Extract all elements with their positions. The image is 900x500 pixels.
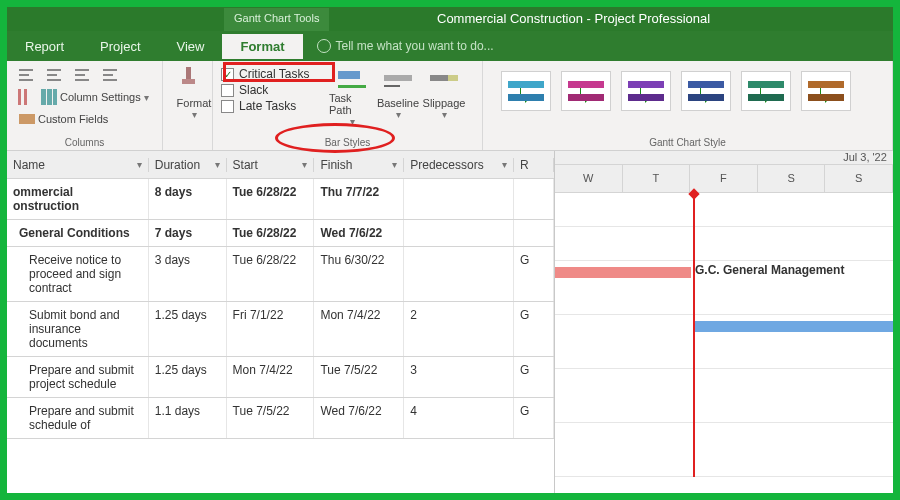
cell[interactable] bbox=[404, 247, 514, 301]
cell[interactable]: Prepare and submit schedule of bbox=[7, 398, 149, 438]
cell[interactable]: Tue 6/28/22 bbox=[227, 179, 315, 219]
cell[interactable] bbox=[514, 179, 554, 219]
group-label-columns: Columns bbox=[7, 137, 162, 148]
gantt-style-5[interactable] bbox=[741, 71, 791, 111]
slack-checkbox[interactable]: Slack bbox=[221, 83, 329, 97]
day-header: W bbox=[555, 165, 623, 192]
cell[interactable]: Prepare and submit project schedule bbox=[7, 357, 149, 397]
lightbulb-icon bbox=[317, 39, 331, 53]
ribbon-tab-row: Report Project View Format Tell me what … bbox=[7, 31, 893, 61]
tell-me-placeholder: Tell me what you want to do... bbox=[336, 39, 494, 53]
day-header: S bbox=[825, 165, 893, 192]
cell[interactable]: 1.25 days bbox=[149, 302, 227, 356]
cell[interactable] bbox=[404, 220, 514, 246]
day-header: T bbox=[623, 165, 691, 192]
col-header-predecessors[interactable]: Predecessors▾ bbox=[404, 158, 514, 172]
cell[interactable]: 2 bbox=[404, 302, 514, 356]
gantt-chart[interactable]: Jul 3, '22 WTFSS G.C. General Management bbox=[555, 151, 893, 493]
col-header-start[interactable]: Start▾ bbox=[227, 158, 315, 172]
cell[interactable]: 3 days bbox=[149, 247, 227, 301]
table-row[interactable]: Prepare and submit schedule of1.1 daysTu… bbox=[7, 398, 554, 439]
align-center-button[interactable] bbox=[43, 65, 67, 85]
gantt-style-4[interactable] bbox=[681, 71, 731, 111]
cell[interactable]: G bbox=[514, 247, 554, 301]
tab-view[interactable]: View bbox=[159, 34, 223, 59]
critical-tasks-checkbox[interactable]: ✓Critical Tasks bbox=[221, 67, 329, 81]
custom-fields-button[interactable]: Custom Fields bbox=[15, 109, 112, 129]
cell[interactable] bbox=[514, 220, 554, 246]
cell[interactable]: G bbox=[514, 302, 554, 356]
align-icon bbox=[47, 67, 63, 83]
cell[interactable]: 1.25 days bbox=[149, 357, 227, 397]
task-path-dropdown[interactable]: Task Path▾ bbox=[329, 65, 375, 127]
format-dropdown[interactable]: Format▾ bbox=[171, 65, 217, 120]
day-header: F bbox=[690, 165, 758, 192]
cell[interactable]: Tue 6/28/22 bbox=[227, 247, 315, 301]
col-header-finish[interactable]: Finish▾ bbox=[314, 158, 404, 172]
gantt-bar-normal[interactable] bbox=[693, 321, 893, 332]
cell[interactable]: Tue 7/5/22 bbox=[314, 357, 404, 397]
col-header-duration[interactable]: Duration▾ bbox=[149, 158, 227, 172]
gantt-bar-label: G.C. General Management bbox=[695, 263, 844, 277]
table-row[interactable]: ommercial onstruction8 daysTue 6/28/22Th… bbox=[7, 179, 554, 220]
tools-contextual-tab: Gantt Chart Tools bbox=[223, 7, 330, 31]
cell[interactable]: 4 bbox=[404, 398, 514, 438]
day-header: S bbox=[758, 165, 826, 192]
gantt-style-3[interactable] bbox=[621, 71, 671, 111]
column-settings-dropdown[interactable]: Column Settings ▾ bbox=[37, 87, 153, 107]
tab-report[interactable]: Report bbox=[7, 34, 82, 59]
wrap-text-button[interactable] bbox=[99, 65, 123, 85]
cell[interactable]: Thu 6/30/22 bbox=[314, 247, 404, 301]
insert-column-icon bbox=[15, 89, 31, 105]
wrap-icon bbox=[103, 67, 119, 83]
cell[interactable]: Mon 7/4/22 bbox=[227, 357, 315, 397]
align-right-button[interactable] bbox=[71, 65, 95, 85]
group-label-barstyles: Bar Styles bbox=[213, 137, 482, 148]
align-icon bbox=[19, 67, 35, 83]
tab-format[interactable]: Format bbox=[222, 34, 302, 59]
task-path-icon bbox=[338, 67, 366, 90]
align-left-button[interactable] bbox=[15, 65, 39, 85]
cell[interactable]: 7 days bbox=[149, 220, 227, 246]
align-icon bbox=[75, 67, 91, 83]
baseline-dropdown[interactable]: Baseline▾ bbox=[375, 65, 421, 127]
cell[interactable]: Submit bond and insurance documents bbox=[7, 302, 149, 356]
columns-icon bbox=[41, 89, 57, 105]
table-row[interactable]: Prepare and submit project schedule1.25 … bbox=[7, 357, 554, 398]
cell[interactable]: General Conditions bbox=[7, 220, 149, 246]
table-row[interactable]: Receive notice to proceed and sign contr… bbox=[7, 247, 554, 302]
cell[interactable]: Fri 7/1/22 bbox=[227, 302, 315, 356]
cell[interactable]: 3 bbox=[404, 357, 514, 397]
group-label-ganttstyle: Gantt Chart Style bbox=[483, 137, 892, 148]
cell[interactable]: Tue 7/5/22 bbox=[227, 398, 315, 438]
gantt-style-2[interactable] bbox=[561, 71, 611, 111]
late-tasks-checkbox[interactable]: Late Tasks bbox=[221, 99, 329, 113]
table-row[interactable]: General Conditions7 daysTue 6/28/22Wed 7… bbox=[7, 220, 554, 247]
cell[interactable]: Receive notice to proceed and sign contr… bbox=[7, 247, 149, 301]
gantt-style-6[interactable] bbox=[801, 71, 851, 111]
window-title: Commercial Construction - Project Profes… bbox=[437, 11, 710, 26]
baseline-icon bbox=[384, 67, 412, 95]
cell[interactable]: ommercial onstruction bbox=[7, 179, 149, 219]
gantt-style-1[interactable] bbox=[501, 71, 551, 111]
tell-me-search[interactable]: Tell me what you want to do... bbox=[317, 39, 494, 53]
gantt-bar-critical[interactable] bbox=[555, 267, 691, 278]
cell[interactable] bbox=[404, 179, 514, 219]
col-header-name[interactable]: Name▾ bbox=[7, 158, 149, 172]
cell[interactable]: 8 days bbox=[149, 179, 227, 219]
cell[interactable]: Wed 7/6/22 bbox=[314, 398, 404, 438]
col-header-res[interactable]: R bbox=[514, 158, 554, 172]
table-row[interactable]: Submit bond and insurance documents1.25 … bbox=[7, 302, 554, 357]
cell[interactable]: Wed 7/6/22 bbox=[314, 220, 404, 246]
cell[interactable]: Mon 7/4/22 bbox=[314, 302, 404, 356]
cell[interactable]: 1.1 days bbox=[149, 398, 227, 438]
slippage-dropdown[interactable]: Slippage▾ bbox=[421, 65, 467, 127]
cell[interactable]: Thu 7/7/22 bbox=[314, 179, 404, 219]
week-label: Jul 3, '22 bbox=[837, 151, 893, 164]
cell[interactable]: G bbox=[514, 357, 554, 397]
cell[interactable]: G bbox=[514, 398, 554, 438]
tab-project[interactable]: Project bbox=[82, 34, 158, 59]
task-grid: Name▾ Duration▾ Start▾ Finish▾ Predecess… bbox=[7, 151, 555, 493]
cell[interactable]: Tue 6/28/22 bbox=[227, 220, 315, 246]
slippage-icon bbox=[430, 67, 458, 95]
